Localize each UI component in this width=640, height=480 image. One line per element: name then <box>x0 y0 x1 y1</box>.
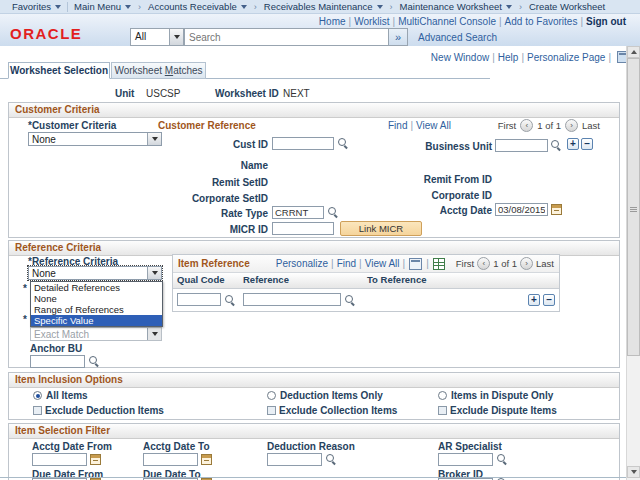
next-row-icon[interactable]: › <box>520 257 533 270</box>
scroll-up-button[interactable] <box>627 46 640 58</box>
breadcrumb-separator: › <box>516 2 525 12</box>
tab-worksheet-selection[interactable]: Worksheet Selection <box>8 62 110 79</box>
exclude-dispute-items-checkbox[interactable] <box>438 406 447 415</box>
separator: | <box>489 52 498 63</box>
download-to-excel-icon[interactable] <box>433 258 445 270</box>
breadcrumb-accounts-receivable[interactable]: Accounts Receivable <box>144 1 251 12</box>
multichannel-console-link[interactable]: MultiChannel Console <box>398 16 496 27</box>
tab-worksheet-matches[interactable]: Worksheet Matches <box>111 62 206 79</box>
acctg-date-input[interactable] <box>495 203 548 216</box>
personalize-link[interactable]: Personalize <box>276 258 328 269</box>
anchor-bu-lookup-icon[interactable] <box>89 356 100 367</box>
dropdown-option-specific-value[interactable]: Specific Value <box>31 315 162 326</box>
worksheet-id-value: NEXT <box>283 88 310 99</box>
unit-label: Unit <box>115 88 134 99</box>
column-header-qual-code[interactable]: Qual Code <box>173 273 239 288</box>
acctg-date-from-input[interactable] <box>32 453 87 466</box>
link-micr-button[interactable]: Link MICR <box>340 221 422 236</box>
cust-id-lookup-icon[interactable] <box>338 138 349 149</box>
unit-value: USCSP <box>146 88 180 99</box>
deduction-items-only-radio[interactable] <box>267 391 276 400</box>
find-link[interactable]: Find <box>388 120 407 131</box>
dropdown-option-none[interactable]: None <box>31 293 162 304</box>
exclude-collection-items-label: Exclude Collection Items <box>279 405 397 416</box>
search-input[interactable] <box>184 28 389 46</box>
cust-id-label: Cust ID <box>146 139 268 150</box>
previous-row-icon[interactable]: ‹ <box>520 119 533 132</box>
ar-specialist-lookup-icon[interactable] <box>497 454 508 465</box>
micr-id-input[interactable] <box>272 222 334 235</box>
acctg-date-to-calendar-icon[interactable] <box>201 454 212 465</box>
next-row-icon[interactable]: › <box>565 119 578 132</box>
ar-specialist-input[interactable] <box>438 453 493 466</box>
breadcrumb-create-worksheet[interactable]: Create Worksheet <box>525 1 609 12</box>
anchor-bu-input[interactable] <box>30 355 85 368</box>
vertical-scrollbar[interactable] <box>626 46 640 480</box>
qual-code-input[interactable] <box>177 293 221 306</box>
business-unit-input[interactable] <box>495 139 548 152</box>
scrollbar-thumb[interactable] <box>627 58 640 356</box>
corporate-setid-label: Corporate SetID <box>146 193 268 204</box>
business-unit-lookup-icon[interactable] <box>551 140 562 151</box>
home-link[interactable]: Home <box>319 16 346 27</box>
required-mark: * <box>23 283 27 294</box>
delete-row-button[interactable]: – <box>581 138 593 150</box>
exclude-deduction-items-checkbox[interactable] <box>33 406 42 415</box>
search-go-icon[interactable]: » <box>389 28 408 46</box>
view-all-link[interactable]: View All <box>365 258 400 269</box>
add-row-button[interactable]: + <box>528 294 540 306</box>
add-to-favorites-link[interactable]: Add to Favorites <box>505 16 578 27</box>
business-unit-label: Business Unit <box>370 141 492 152</box>
previous-row-icon[interactable]: ‹ <box>477 257 490 270</box>
worklist-link[interactable]: Worklist <box>354 16 389 27</box>
ar-specialist-label: AR Specialist <box>438 441 502 452</box>
zoom-grid-icon[interactable] <box>409 258 422 270</box>
cust-id-input[interactable] <box>272 137 334 150</box>
chevron-down-icon <box>169 29 183 45</box>
reference-lookup-icon[interactable] <box>345 295 356 306</box>
reference-criteria-select[interactable]: None <box>28 266 162 280</box>
new-window-link[interactable]: New Window <box>431 52 489 63</box>
delete-row-button[interactable]: – <box>543 294 555 306</box>
separator: | <box>496 16 505 27</box>
sign-out-link[interactable]: Sign out <box>586 16 626 27</box>
items-in-dispute-only-radio[interactable] <box>438 391 447 400</box>
acctg-date-from-calendar-icon[interactable] <box>90 454 101 465</box>
separator: | <box>346 16 355 27</box>
items-in-dispute-only-label: Items in Dispute Only <box>451 390 553 401</box>
chevron-down-icon <box>241 5 247 9</box>
separator: | <box>423 258 432 269</box>
worksheet-id-label: Worksheet ID <box>215 88 279 99</box>
breadcrumb-main-menu[interactable]: Main Menu <box>70 1 135 12</box>
deduction-reason-input[interactable] <box>267 453 322 466</box>
breadcrumb-favorites[interactable]: Favorites <box>8 1 65 12</box>
find-link[interactable]: Find <box>337 258 356 269</box>
exclude-collection-items-checkbox[interactable] <box>267 406 276 415</box>
item-reference-header: Item Reference Personalize | Find | View… <box>173 255 559 272</box>
acctg-date-calendar-icon[interactable] <box>551 204 562 215</box>
advanced-search-link[interactable]: Advanced Search <box>418 32 497 43</box>
rate-type-lookup-icon[interactable] <box>328 207 339 218</box>
all-items-radio[interactable] <box>33 391 42 400</box>
qual-code-lookup-icon[interactable] <box>225 295 236 306</box>
customer-criteria-select[interactable]: None <box>28 132 162 146</box>
breadcrumb-maintenance-worksheet[interactable]: Maintenance Worksheet <box>396 1 516 12</box>
remit-from-id-label: Remit From ID <box>370 174 492 185</box>
acctg-date-to-input[interactable] <box>143 453 198 466</box>
reference-input[interactable] <box>243 293 341 306</box>
personalize-page-link[interactable]: Personalize Page <box>527 52 605 63</box>
grid-column-headers: Qual Code Reference To Reference <box>173 272 559 289</box>
view-all-link[interactable]: View All <box>416 120 451 131</box>
last-label: Last <box>536 258 554 269</box>
column-header-to-reference[interactable]: To Reference <box>363 273 559 288</box>
search-scope-select[interactable]: All <box>130 28 184 46</box>
column-header-reference[interactable]: Reference <box>239 273 363 288</box>
dropdown-option-range-of-references[interactable]: Range of References <box>31 304 162 315</box>
rate-type-input[interactable] <box>272 206 324 219</box>
deduction-reason-lookup-icon[interactable] <box>326 454 337 465</box>
scroll-down-button[interactable] <box>627 466 640 478</box>
dropdown-option-detailed-references[interactable]: Detailed References <box>31 282 162 293</box>
breadcrumb-receivables-maintenance[interactable]: Receivables Maintenance <box>260 1 387 12</box>
help-link[interactable]: Help <box>498 52 519 63</box>
add-row-button[interactable]: + <box>567 138 579 150</box>
